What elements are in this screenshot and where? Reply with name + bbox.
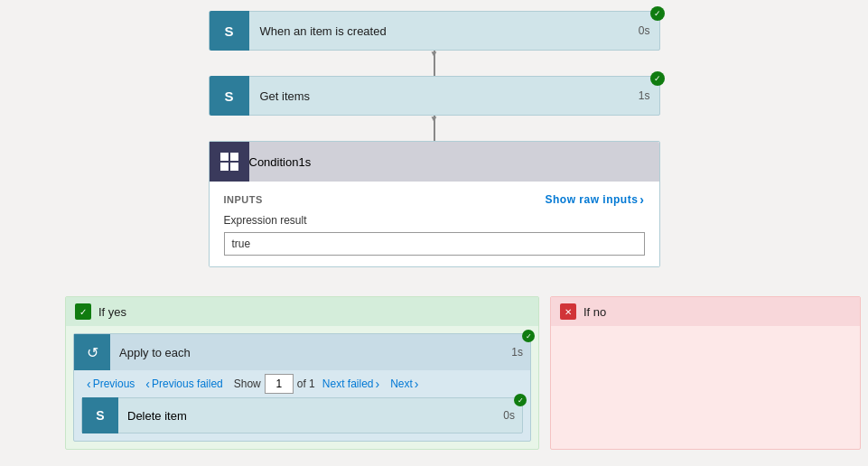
- branch-yes-header: ✓ If yes: [66, 297, 538, 326]
- expression-value: true: [224, 232, 645, 256]
- get-items-node[interactable]: S Get items 1s: [209, 76, 660, 116]
- apply-to-each-icon: ↺: [74, 334, 110, 370]
- branch-no-header: ✕ If no: [551, 297, 860, 326]
- delete-item-node[interactable]: S Delete item 0s: [81, 397, 523, 433]
- trigger-success-badge: [650, 6, 665, 21]
- of-label: of 1: [297, 377, 315, 390]
- branch-no: ✕ If no: [550, 296, 861, 450]
- next-btn[interactable]: Next: [387, 375, 422, 393]
- arrow-1: [434, 51, 435, 76]
- next-failed-chevron-icon: [376, 377, 380, 391]
- inputs-row: INPUTS Show raw inputs ›: [224, 192, 645, 207]
- delete-item-icon: S: [82, 397, 118, 433]
- grid-icon: [220, 153, 238, 171]
- next-failed-btn[interactable]: Next failed: [319, 375, 383, 393]
- get-items-label: Get items: [249, 89, 639, 103]
- canvas: S When an item is created 0s S Get items…: [0, 0, 868, 466]
- condition-node: Condition 1s INPUTS Show raw inputs › Ex…: [209, 141, 660, 267]
- next-chevron-icon: [415, 377, 419, 391]
- condition-body: INPUTS Show raw inputs › Expression resu…: [210, 182, 659, 266]
- show-raw-label: Show raw inputs: [545, 193, 638, 206]
- trigger-label: When an item is created: [249, 24, 639, 38]
- delete-item-time: 0s: [503, 409, 522, 422]
- show-label: Show: [234, 377, 261, 390]
- get-items-time: 1s: [639, 89, 659, 102]
- get-items-success-badge: [650, 71, 665, 86]
- delete-item-label: Delete item: [118, 409, 503, 423]
- previous-btn[interactable]: Previous: [83, 375, 138, 393]
- get-items-icon: S: [210, 76, 249, 116]
- branch-no-title: If no: [583, 305, 606, 319]
- previous-failed-chevron-icon: [145, 377, 150, 391]
- previous-label: Previous: [93, 377, 135, 390]
- previous-chevron-icon: [87, 377, 91, 391]
- previous-failed-label: Previous failed: [152, 377, 223, 390]
- apply-to-each-label: Apply to each: [110, 346, 511, 359]
- arrow-2: [434, 116, 435, 141]
- previous-failed-btn[interactable]: Previous failed: [142, 375, 226, 393]
- refresh-icon: ↺: [87, 344, 98, 361]
- apply-to-each-node[interactable]: ↺ Apply to each 1s Previous Previous fai…: [73, 333, 531, 442]
- flow-container: S When an item is created 0s S Get items…: [0, 11, 868, 267]
- branches-container: ✓ If yes ↺ Apply to each 1s Previo: [65, 296, 861, 450]
- condition-header[interactable]: Condition 1s: [210, 142, 659, 182]
- branch-yes: ✓ If yes ↺ Apply to each 1s Previo: [65, 296, 539, 450]
- next-label: Next: [390, 377, 413, 390]
- trigger-icon: S: [210, 11, 249, 51]
- apply-to-each-time: 1s: [511, 346, 530, 359]
- show-raw-inputs-btn[interactable]: Show raw inputs ›: [545, 192, 644, 207]
- branch-yes-title: If yes: [98, 305, 126, 319]
- inputs-label-text: INPUTS: [224, 194, 263, 205]
- page-input[interactable]: [265, 374, 294, 394]
- apply-to-each-badge: [522, 330, 535, 342]
- branch-yes-icon: ✓: [75, 303, 91, 320]
- show-raw-chevron: ›: [639, 192, 644, 207]
- pagination-bar: Previous Previous failed Show of 1 Next …: [74, 370, 530, 397]
- condition-time: 1s: [298, 155, 311, 169]
- condition-label: Condition: [249, 155, 299, 169]
- delete-item-badge: [514, 394, 527, 406]
- expression-label: Expression result: [224, 214, 645, 227]
- next-failed-label: Next failed: [322, 377, 374, 390]
- branch-no-icon: ✕: [560, 303, 576, 320]
- trigger-node[interactable]: S When an item is created 0s: [209, 11, 660, 51]
- trigger-time: 0s: [639, 24, 659, 37]
- apply-to-each-header: ↺ Apply to each 1s: [74, 334, 530, 370]
- condition-icon: [210, 142, 249, 182]
